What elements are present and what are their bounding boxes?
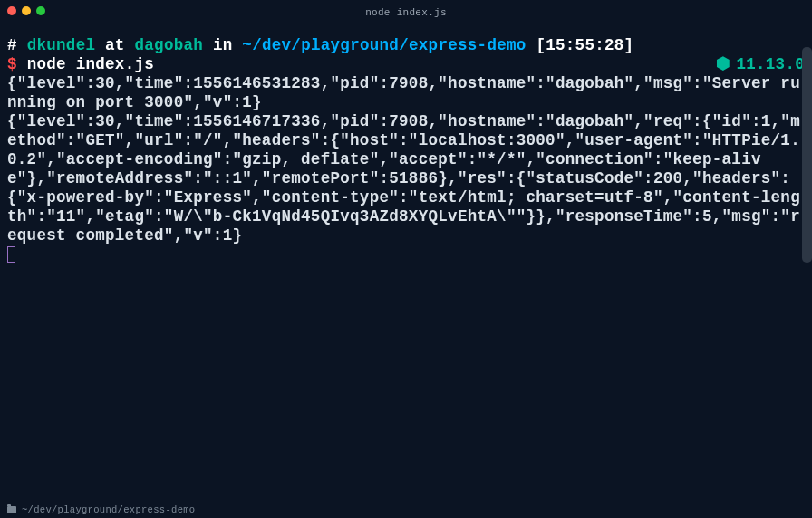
terminal-output[interactable]: # dkundel at dagobah in ~/dev/playground… xyxy=(0,22,812,268)
prompt-cwd: ~/dev/playground/express-demo xyxy=(242,36,526,54)
command-text: node index.js xyxy=(27,55,154,73)
status-bar-path: ~/dev/playground/express-demo xyxy=(22,504,195,515)
node-version-text: 11.13.0 xyxy=(736,55,805,73)
minimize-window-button[interactable] xyxy=(22,6,31,15)
folder-icon xyxy=(7,506,16,513)
prompt-user: dkundel xyxy=(27,36,96,54)
log-output-2: {"level":30,"time":1556146717336,"pid":7… xyxy=(7,112,805,245)
prompt-host: dagobah xyxy=(134,36,203,54)
title-container: node index.js xyxy=(0,2,812,20)
terminal-cursor xyxy=(7,246,15,263)
maximize-window-button[interactable] xyxy=(36,6,45,15)
window-title: node index.js xyxy=(365,7,447,18)
prompt-in: in xyxy=(213,36,233,54)
traffic-lights xyxy=(7,6,45,15)
prompt-at: at xyxy=(105,36,125,54)
close-window-button[interactable] xyxy=(7,6,16,15)
command-line: $ node index.js ⬢11.13.0 xyxy=(7,55,805,74)
prompt-line: # dkundel at dagobah in ~/dev/playground… xyxy=(7,36,805,55)
log-output-1: {"level":30,"time":1556146531283,"pid":7… xyxy=(7,74,805,112)
hexagon-icon: ⬢ xyxy=(716,55,730,73)
scrollbar-thumb[interactable] xyxy=(802,47,812,263)
window-titlebar: node index.js xyxy=(0,0,812,22)
prompt-time: [15:55:28] xyxy=(536,36,633,54)
status-bar: ~/dev/playground/express-demo xyxy=(0,502,812,518)
prompt-pound: # xyxy=(7,36,17,54)
prompt-dollar: $ xyxy=(7,55,17,73)
node-version-badge: ⬢11.13.0 xyxy=(716,55,805,74)
